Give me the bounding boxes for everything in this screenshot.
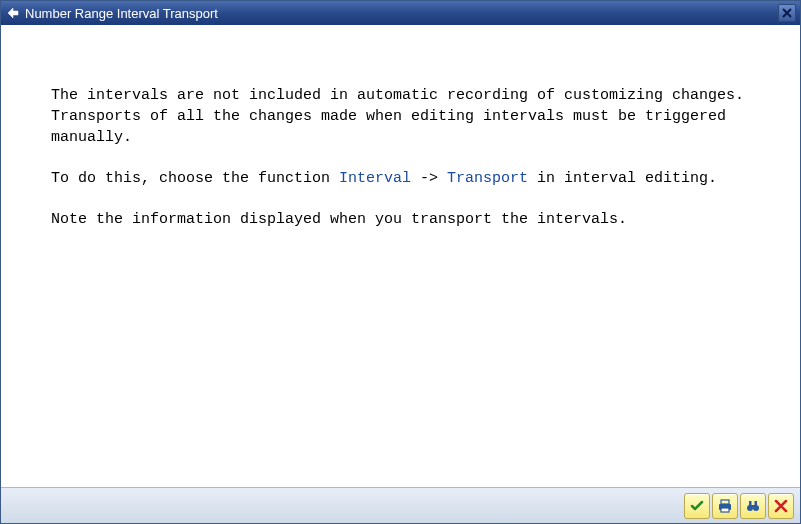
x-red-icon <box>774 499 788 513</box>
binoculars-icon <box>745 498 761 514</box>
paragraph-3: Note the information displayed when you … <box>51 209 750 230</box>
svg-rect-7 <box>751 505 755 507</box>
para2-suffix: in interval editing. <box>528 170 717 187</box>
titlebar: Number Range Interval Transport <box>1 1 800 25</box>
paragraph-2: To do this, choose the function Interval… <box>51 168 750 189</box>
window-icon <box>5 5 21 21</box>
svg-rect-0 <box>721 500 729 504</box>
search-button[interactable] <box>740 493 766 519</box>
checkmark-icon <box>689 498 705 514</box>
printer-icon <box>717 498 733 514</box>
close-button[interactable] <box>778 4 796 22</box>
menu-path-interval: Interval <box>339 170 411 187</box>
para2-arrow: -> <box>411 170 447 187</box>
cancel-button[interactable] <box>768 493 794 519</box>
para2-prefix: To do this, choose the function <box>51 170 339 187</box>
dialog-window: Number Range Interval Transport The inte… <box>0 0 801 524</box>
window-title: Number Range Interval Transport <box>25 6 778 21</box>
menu-path-transport: Transport <box>447 170 528 187</box>
svg-rect-2 <box>721 508 729 512</box>
print-button[interactable] <box>712 493 738 519</box>
bottom-toolbar <box>1 487 800 523</box>
confirm-button[interactable] <box>684 493 710 519</box>
paragraph-1: The intervals are not included in automa… <box>51 85 750 148</box>
content-area: The intervals are not included in automa… <box>1 25 800 487</box>
